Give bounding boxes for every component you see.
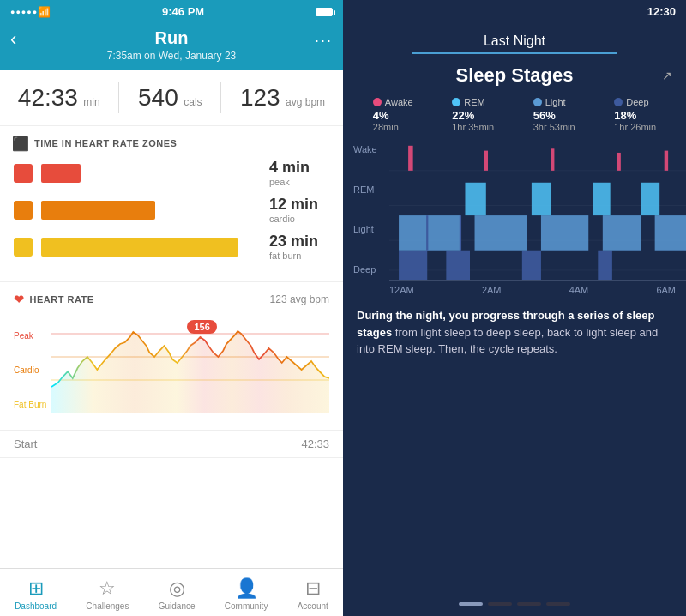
legend-time-rem: 1hr 35min bbox=[452, 122, 494, 132]
run-subtitle: 7:35am on Wed, January 23 bbox=[34, 50, 309, 62]
stat-bpm: 123 avg bpm bbox=[240, 84, 325, 112]
nav-community-label: Community bbox=[225, 601, 268, 611]
zone-name-cardio: cardio bbox=[269, 214, 329, 224]
heart-icon: ❤ bbox=[14, 293, 25, 306]
bottom-nav: ⊞ Dashboard ☆ Challenges ◎ Guidance 👤 Co… bbox=[0, 568, 343, 616]
hr-zones-label: ⬛ TIME IN HEART RATE ZONES bbox=[0, 126, 343, 155]
svg-rect-22 bbox=[408, 146, 413, 171]
svg-rect-8 bbox=[399, 251, 427, 281]
status-time-left: 9:46 PM bbox=[51, 5, 316, 18]
sleep-tab-container: Last Night bbox=[343, 23, 686, 54]
zone-bar-fatburn bbox=[41, 238, 238, 257]
legend-pct-deep: 18% bbox=[614, 109, 636, 122]
zone-min-peak: 4 min bbox=[269, 159, 329, 177]
nav-dashboard[interactable]: ⊞ Dashboard bbox=[8, 576, 63, 613]
svg-rect-11 bbox=[598, 251, 612, 281]
legend-time-light: 3hr 53min bbox=[533, 122, 575, 132]
battery-icon bbox=[316, 8, 333, 16]
nav-guidance-label: Guidance bbox=[159, 601, 196, 611]
nav-community[interactable]: 👤 Community bbox=[218, 576, 275, 613]
divider-1 bbox=[0, 281, 343, 282]
hr-chart-area: Peak Cardio Fat Burn 156 bbox=[14, 310, 329, 430]
zone-bars: 4 min peak 12 min cardio 23 min fat burn bbox=[0, 155, 343, 278]
legend-rem: REM 22% 1hr 35min bbox=[452, 97, 494, 132]
zone-row-cardio: 12 min cardio bbox=[14, 196, 329, 224]
hr-label-cardio: Cardio bbox=[14, 365, 57, 375]
sleep-legend: Awake 4% 28min REM 22% 1hr 35min Light 5… bbox=[343, 92, 686, 141]
legend-awake-row: Awake bbox=[373, 97, 413, 107]
nav-account-label: Account bbox=[298, 601, 328, 611]
run-title: Run bbox=[34, 28, 309, 48]
legend-deep: Deep 18% 1hr 26min bbox=[614, 97, 656, 132]
back-button[interactable]: ‹ bbox=[10, 28, 16, 51]
zone-min-cardio: 12 min bbox=[269, 196, 329, 214]
hr-zones-title: TIME IN HEART RATE ZONES bbox=[34, 138, 177, 148]
stat-cals: 540 cals bbox=[138, 84, 202, 112]
sleep-y-labels: Wake REM Light Deep bbox=[353, 141, 389, 278]
sleep-stages-title: Sleep Stages bbox=[456, 64, 574, 87]
status-time-right: 12:30 bbox=[647, 5, 676, 18]
guidance-icon: ◎ bbox=[169, 577, 185, 600]
hr-avg-label: 123 avg bpm bbox=[270, 293, 329, 305]
nav-account[interactable]: ⊟ Account bbox=[291, 576, 335, 613]
sleep-chart-inner: Wake REM Light Deep 12AM 2AM 4AM 6AM bbox=[353, 141, 676, 295]
hr-label-fatburn: Fat Burn bbox=[14, 400, 57, 409]
legend-dot-deep bbox=[614, 98, 623, 106]
zone-color-peak bbox=[14, 164, 33, 183]
sleep-y-rem: REM bbox=[353, 184, 389, 195]
peak-badge: 156 bbox=[187, 320, 216, 334]
wifi-icon: 📶 bbox=[38, 6, 51, 18]
sleep-tab[interactable]: Last Night bbox=[412, 27, 617, 54]
more-button[interactable]: ··· bbox=[315, 32, 333, 50]
legend-name-light: Light bbox=[545, 97, 566, 107]
zone-info-fatburn: 23 min fat burn bbox=[269, 233, 329, 261]
stats-bar: 42:33 min 540 cals 123 avg bpm bbox=[0, 70, 343, 126]
zone-bar-peak-container bbox=[41, 164, 261, 183]
svg-rect-26 bbox=[665, 151, 668, 171]
nav-guidance[interactable]: ◎ Guidance bbox=[152, 576, 202, 613]
sleep-title-row: Sleep Stages ↗ bbox=[343, 54, 686, 92]
status-bar-left: ●●●●● 📶 9:46 PM bbox=[0, 0, 343, 23]
svg-rect-24 bbox=[551, 148, 554, 171]
stat-cals-unit: cals bbox=[184, 96, 202, 108]
legend-pct-light: 56% bbox=[533, 109, 556, 122]
svg-rect-20 bbox=[641, 183, 659, 215]
zone-name-peak: peak bbox=[269, 177, 329, 187]
svg-rect-15 bbox=[603, 215, 641, 251]
legend-dot-light bbox=[533, 98, 542, 106]
legend-pct-rem: 22% bbox=[452, 109, 474, 122]
zone-color-cardio bbox=[14, 201, 33, 220]
start-label: Start bbox=[14, 438, 37, 450]
svg-rect-14 bbox=[541, 215, 588, 251]
sleep-dot-1[interactable] bbox=[459, 602, 483, 606]
hr-section: ❤ HEART RATE 123 avg bpm Peak Cardio Fat… bbox=[0, 286, 343, 430]
nav-challenges[interactable]: ☆ Challenges bbox=[79, 576, 135, 613]
sleep-dot-3[interactable] bbox=[517, 602, 541, 606]
stat-bpm-unit: avg bpm bbox=[286, 96, 325, 108]
sleep-dot-2[interactable] bbox=[488, 602, 512, 606]
hr-y-labels: Peak Cardio Fat Burn bbox=[14, 310, 57, 430]
legend-light-row: Light bbox=[533, 97, 566, 107]
svg-rect-19 bbox=[593, 183, 611, 215]
sleep-chart: Wake REM Light Deep 12AM 2AM 4AM 6AM bbox=[343, 141, 686, 295]
start-end-bar: Start 42:33 bbox=[0, 430, 343, 458]
stat-cals-value: 540 bbox=[138, 84, 178, 111]
legend-time-deep: 1hr 26min bbox=[614, 122, 656, 132]
sleep-y-light: Light bbox=[353, 224, 389, 234]
stat-duration: 42:33 min bbox=[18, 84, 100, 112]
sleep-dots bbox=[343, 595, 686, 616]
hr-label-peak: Peak bbox=[14, 331, 57, 341]
legend-light: Light 56% 3hr 53min bbox=[533, 97, 575, 132]
expand-icon[interactable]: ↗ bbox=[662, 69, 672, 82]
stat-duration-unit: min bbox=[83, 96, 99, 108]
sleep-dot-4[interactable] bbox=[546, 602, 570, 606]
zone-bar-cardio-container bbox=[41, 201, 261, 220]
stat-divider-1 bbox=[118, 82, 119, 113]
svg-rect-17 bbox=[465, 183, 485, 215]
status-bar-right: 12:30 bbox=[343, 0, 686, 23]
sleep-tab-label: Last Night bbox=[484, 33, 545, 48]
account-icon: ⊟ bbox=[305, 577, 321, 600]
run-header: ‹ Run 7:35am on Wed, January 23 ··· bbox=[0, 23, 343, 70]
legend-time-awake: 28min bbox=[373, 122, 399, 132]
stat-duration-value: 42:33 bbox=[18, 84, 78, 111]
